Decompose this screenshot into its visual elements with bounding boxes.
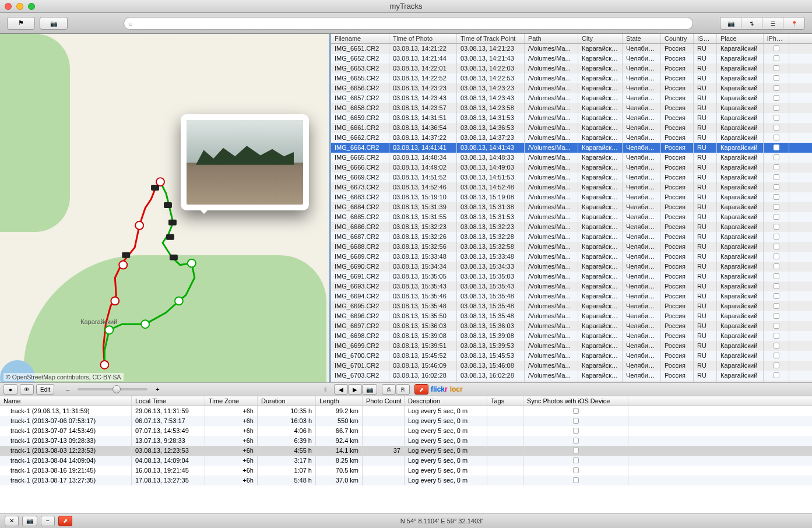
photo-row[interactable]: IMG_6659.CR203.08.13, 14:31:5103.08.13, … [331, 113, 812, 123]
photo-row[interactable]: IMG_6687.CR203.08.13, 15:32:2603.08.13, … [331, 232, 812, 242]
photo-row[interactable]: IMG_6657.CR203.08.13, 14:23:4303.08.13, … [331, 93, 812, 103]
photo-row[interactable]: IMG_6669.CR203.08.13, 14:51:5203.08.13, … [331, 173, 812, 182]
photo-row[interactable]: IMG_6699.CR203.08.13, 15:39:5103.08.13, … [331, 341, 812, 351]
col-iphoto[interactable]: iPhoto [764, 34, 789, 43]
iphoto-checkbox[interactable] [774, 343, 779, 349]
iphoto-checkbox[interactable] [774, 125, 779, 131]
iphoto-checkbox[interactable] [774, 65, 779, 71]
iphoto-checkbox[interactable] [774, 303, 779, 309]
iphoto-checkbox[interactable] [774, 184, 779, 190]
tcol-name[interactable]: Name [0, 396, 132, 406]
iphoto-checkbox[interactable] [774, 372, 779, 378]
photo-row[interactable]: IMG_6683.CR203.08.13, 15:19:1003.08.13, … [331, 192, 812, 202]
photo-row[interactable]: IMG_6684.CR203.08.13, 15:31:3903.08.13, … [331, 202, 812, 212]
camera-button[interactable] [40, 17, 68, 30]
sync-checkbox[interactable] [573, 467, 579, 473]
iphoto-checkbox[interactable] [774, 115, 779, 121]
photo-row[interactable]: IMG_6691.CR203.08.13, 15:35:0503.08.13, … [331, 272, 812, 281]
geotag-button[interactable]: ⬈ [414, 384, 428, 395]
iphoto-checkbox[interactable] [774, 313, 779, 319]
iphoto-checkbox[interactable] [774, 85, 779, 91]
iphoto-checkbox[interactable] [774, 204, 779, 210]
track-row[interactable]: track-1 (29.06.13, 11:31:59)29.06.13, 11… [0, 406, 812, 416]
iphoto-checkbox[interactable] [774, 333, 779, 339]
iphoto-checkbox[interactable] [774, 154, 779, 160]
grip-icon[interactable]: ⦀ [324, 386, 327, 393]
iphoto-checkbox[interactable] [774, 362, 779, 368]
tcol-desc[interactable]: Description [405, 396, 487, 406]
col-place[interactable]: Place [717, 34, 764, 43]
iphoto-checkbox[interactable] [774, 293, 779, 299]
minus-button[interactable] [41, 516, 55, 526]
photo-row[interactable]: IMG_6665.CR203.08.13, 14:48:3403.08.13, … [331, 153, 812, 163]
iphoto-checkbox[interactable] [774, 75, 779, 81]
col-city[interactable]: City [578, 34, 623, 43]
search-field-container[interactable]: ⌕ [124, 17, 693, 30]
iphoto-checkbox[interactable] [774, 105, 779, 111]
iphoto-checkbox[interactable] [774, 353, 779, 358]
iphoto-checkbox[interactable] [774, 244, 779, 249]
track-row[interactable]: track-1 (2013-07-06 07:53:17)06.07.13, 7… [0, 416, 812, 426]
tcol-sync[interactable]: Sync Photos with iOS Device [523, 396, 628, 406]
col-filename[interactable]: Filename [331, 34, 389, 43]
close-panel-button[interactable] [5, 516, 19, 526]
iphoto-checkbox[interactable] [774, 45, 779, 51]
view-photos-button[interactable] [720, 17, 741, 30]
search-input[interactable] [135, 20, 688, 27]
photo-row[interactable]: IMG_6662.CR203.08.13, 14:37:2203.08.13, … [331, 133, 812, 143]
sync-checkbox[interactable] [573, 457, 579, 463]
gps-button[interactable]: ● [3, 384, 17, 395]
photo-row[interactable]: IMG_6697.CR203.08.13, 15:36:0303.08.13, … [331, 321, 812, 331]
zoom-out-label[interactable]: – [64, 386, 72, 393]
iphoto-checkbox[interactable] [774, 234, 779, 240]
photo-row[interactable]: IMG_6693.CR203.08.13, 15:35:4303.08.13, … [331, 281, 812, 291]
photo-row[interactable]: IMG_6651.CR203.08.13, 14:21:2203.08.13, … [331, 44, 812, 54]
view-pin-button[interactable] [783, 17, 804, 30]
col-iso[interactable]: ISO... [694, 34, 717, 43]
edit-button[interactable]: Edit [36, 384, 54, 395]
photo-row[interactable]: IMG_6704.CR2/Volumes/Ma [331, 381, 812, 382]
col-time-photo[interactable]: Time of Photo [389, 34, 457, 43]
map-view[interactable]: Карагайский © OpenStreetMap contributors… [0, 34, 331, 382]
tcol-length[interactable]: Length [316, 396, 363, 406]
iphoto-checkbox[interactable] [774, 254, 779, 259]
next-button[interactable]: ▶ [348, 384, 362, 395]
zoom-slider[interactable] [78, 388, 147, 390]
action2-button[interactable]: ⎘ [396, 384, 410, 395]
sync-checkbox[interactable] [573, 448, 579, 453]
tcol-localtime[interactable]: Local Time [132, 396, 205, 406]
photo-row[interactable]: IMG_6666.CR203.08.13, 14:49:0203.08.13, … [331, 163, 812, 173]
photo-row[interactable]: IMG_6658.CR203.08.13, 14:23:5703.08.13, … [331, 103, 812, 113]
photo-row[interactable]: IMG_6661.CR203.08.13, 14:36:5403.08.13, … [331, 123, 812, 133]
photo-row[interactable]: IMG_6655.CR203.08.13, 14:22:5203.08.13, … [331, 73, 812, 83]
tracks-body[interactable]: track-1 (29.06.13, 11:31:59)29.06.13, 11… [0, 406, 812, 513]
action1-button[interactable]: ⎙ [382, 384, 396, 395]
iphoto-checkbox[interactable] [774, 214, 779, 220]
track-row[interactable]: track-1 (2013-08-16 19:21:45)16.08.13, 1… [0, 466, 812, 476]
tcol-photocount[interactable]: Photo Count [363, 396, 405, 406]
iphoto-checkbox[interactable] [774, 135, 779, 140]
iphoto-checkbox[interactable] [774, 283, 779, 289]
track-row[interactable]: track-1 (2013-07-13 09:28:33)13.07.13, 9… [0, 436, 812, 446]
photo-row[interactable]: IMG_6652.CR203.08.13, 14:21:4403.08.13, … [331, 54, 812, 64]
iphoto-checkbox[interactable] [774, 95, 779, 101]
flag-button[interactable] [7, 17, 35, 30]
iphoto-checkbox[interactable] [774, 174, 779, 180]
prev-button[interactable]: ◀ [334, 384, 348, 395]
col-time-track[interactable]: Time of Track Point [457, 34, 525, 43]
photo-row[interactable]: IMG_6696.CR203.08.13, 15:35:5003.08.13, … [331, 311, 812, 321]
flickr-button[interactable]: flickr [431, 385, 448, 393]
track-row[interactable]: track-1 (2013-08-04 14:09:04)04.08.13, 1… [0, 456, 812, 466]
tcol-tags[interactable]: Tags [487, 396, 523, 406]
photo-table-body[interactable]: IMG_6651.CR203.08.13, 14:21:2203.08.13, … [331, 44, 812, 382]
photo-row[interactable]: IMG_6664.CR203.08.13, 14:41:4103.08.13, … [331, 143, 812, 153]
camera3-button[interactable] [22, 516, 37, 526]
sync-checkbox[interactable] [573, 408, 579, 414]
photo-row[interactable]: IMG_6698.CR203.08.13, 15:39:0803.08.13, … [331, 331, 812, 341]
iphoto-checkbox[interactable] [774, 323, 779, 329]
tcol-duration[interactable]: Duration [258, 396, 316, 406]
locr-button[interactable]: locr [450, 385, 463, 393]
view-sort-button[interactable] [741, 17, 762, 30]
iphoto-checkbox[interactable] [774, 145, 779, 150]
locate-button[interactable]: ⬈ [58, 516, 72, 526]
